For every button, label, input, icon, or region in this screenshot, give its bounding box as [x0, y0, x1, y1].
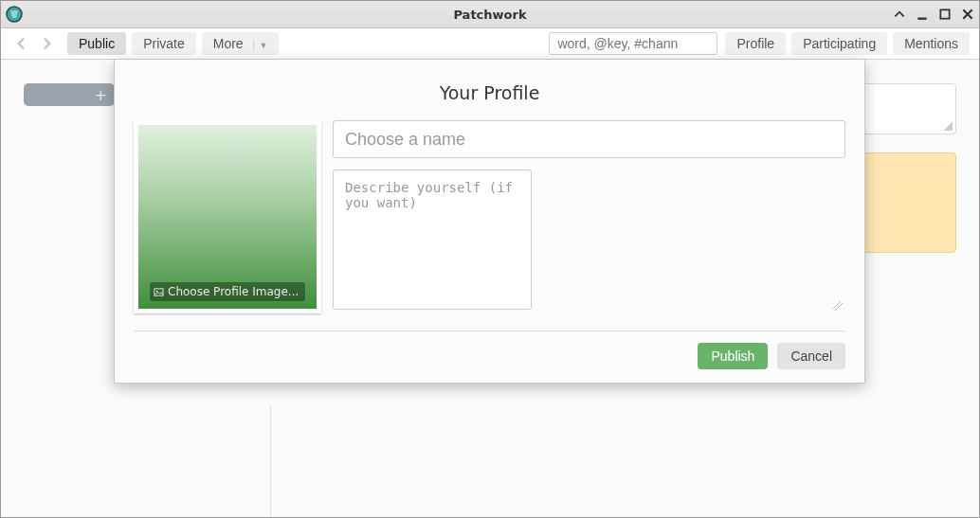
chevron-down-icon: ▼ — [253, 41, 268, 50]
app-toolbar: Public Private More ▼ Profile Participat… — [1, 28, 979, 60]
plus-icon: + — [95, 86, 107, 104]
avatar-preview: Choose Profile Image... — [138, 125, 317, 309]
sidebar-add-button[interactable]: + — [24, 83, 115, 106]
nav-participating[interactable]: Participating — [791, 32, 887, 55]
description-input[interactable] — [333, 170, 532, 310]
window-title: Patchwork — [1, 8, 979, 22]
tab-private[interactable]: Private — [132, 32, 196, 55]
maximize-icon[interactable] — [937, 7, 953, 22]
image-icon — [154, 287, 164, 297]
forward-icon[interactable] — [37, 33, 58, 54]
nav-mentions[interactable]: Mentions — [893, 32, 970, 55]
window-titlebar: Patchwork — [1, 1, 979, 28]
svg-rect-1 — [917, 18, 926, 20]
minimize-icon[interactable] — [915, 7, 930, 22]
back-icon[interactable] — [10, 33, 31, 54]
close-icon[interactable] — [960, 7, 975, 22]
search-input[interactable] — [549, 32, 717, 55]
tab-more[interactable]: More ▼ — [202, 32, 280, 55]
tab-more-label: More — [213, 36, 244, 51]
tab-public[interactable]: Public — [67, 32, 126, 55]
svg-rect-2 — [940, 9, 949, 18]
nav-profile[interactable]: Profile — [725, 32, 786, 55]
cancel-button[interactable]: Cancel — [777, 343, 845, 369]
avatar-picker[interactable]: Choose Profile Image... — [134, 120, 321, 313]
app-icon — [5, 5, 24, 24]
choose-image-label: Choose Profile Image... — [168, 285, 299, 298]
modal-divider — [134, 330, 845, 331]
divider — [270, 405, 271, 517]
window-menu-icon[interactable] — [892, 7, 907, 22]
name-input[interactable] — [333, 120, 845, 158]
main-area: + Your Profile Choose Profile Image... — [1, 60, 979, 517]
publish-button[interactable]: Publish — [698, 343, 768, 369]
choose-image-button[interactable]: Choose Profile Image... — [150, 282, 305, 301]
profile-modal: Your Profile Choose Profile Image... Pub… — [114, 60, 865, 384]
modal-title: Your Profile — [134, 82, 845, 103]
